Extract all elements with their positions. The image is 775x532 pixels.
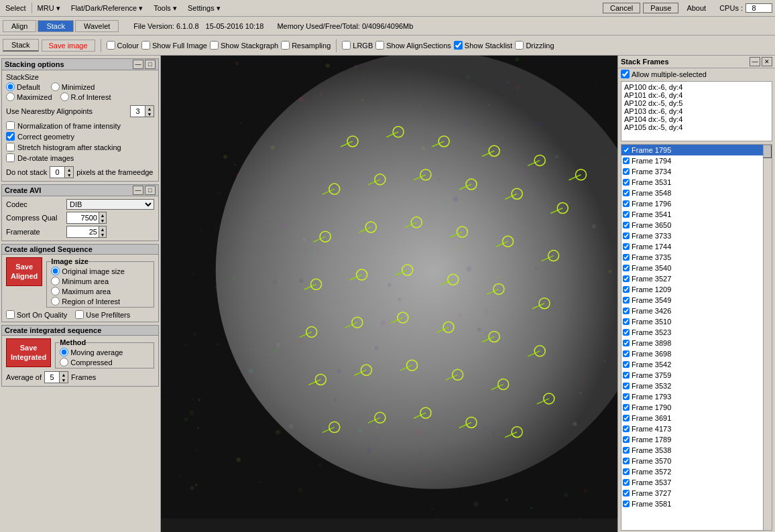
maximized-radio-label[interactable]: Maximized [6, 92, 52, 101]
frame-checkbox[interactable] [623, 404, 630, 411]
average-of-up[interactable]: ▲ [60, 372, 68, 377]
default-radio[interactable] [6, 82, 15, 91]
lrgb-checkbox[interactable] [342, 41, 351, 50]
frame-checkbox[interactable] [623, 318, 630, 325]
frame-checkbox[interactable] [623, 490, 630, 496]
minimized-radio[interactable] [51, 82, 60, 91]
use-nearest-down[interactable]: ▼ [145, 111, 154, 117]
stacking-minimize-btn[interactable]: — [133, 60, 143, 69]
use-prefilters-checkbox[interactable] [75, 310, 84, 319]
menu-settings[interactable]: Settings ▾ [182, 3, 226, 14]
moving-average-radio[interactable] [60, 348, 68, 356]
tab-align[interactable]: Align [3, 20, 36, 32]
normalization-check-label[interactable]: Normalization of frame intensity [6, 121, 154, 130]
frame-item[interactable]: Frame 3538 [621, 445, 772, 456]
minimum-radio[interactable] [51, 277, 60, 285]
show-full-image-check[interactable]: Show Full Image [141, 41, 207, 50]
use-nearest-input[interactable] [131, 106, 145, 117]
frame-item[interactable]: Frame 3541 [621, 209, 772, 220]
frame-item[interactable]: Frame 3735 [621, 252, 772, 263]
stack-frames-close-btn[interactable]: ✕ [762, 57, 772, 66]
show-stackgraph-checkbox[interactable] [210, 41, 219, 50]
save-image-button[interactable]: Save image [42, 40, 95, 52]
frame-item[interactable]: Frame 3540 [621, 263, 772, 273]
frame-checkbox[interactable] [623, 415, 630, 421]
frame-checkbox[interactable] [623, 436, 630, 443]
frame-item[interactable]: Frame 1790 [621, 402, 772, 413]
original-radio[interactable] [51, 267, 60, 275]
maximized-radio[interactable] [6, 92, 15, 101]
do-not-stack-down[interactable]: ▼ [65, 172, 73, 178]
frame-item[interactable]: Frame 3759 [621, 370, 772, 381]
frame-checkbox[interactable] [623, 200, 630, 207]
frame-checkbox[interactable] [623, 383, 630, 389]
drizzling-check[interactable]: Drizzling [515, 41, 554, 50]
compress-qual-input[interactable] [67, 212, 99, 223]
compressed-radio-label[interactable]: Compressed [60, 358, 150, 367]
frame-item[interactable]: Frame 1789 [621, 434, 772, 445]
frame-item[interactable]: Frame 3523 [621, 327, 772, 338]
compress-qual-down[interactable]: ▼ [99, 218, 106, 223]
cpus-input[interactable] [746, 3, 772, 13]
pause-button[interactable]: Pause [643, 3, 678, 13]
frame-item[interactable]: Frame 1795 [621, 145, 772, 155]
frame-item[interactable]: Frame 1796 [621, 198, 772, 209]
frame-item[interactable]: Frame 3531 [621, 177, 772, 188]
frame-checkbox[interactable] [623, 211, 630, 218]
frame-checkbox[interactable] [623, 479, 630, 486]
moving-average-radio-label[interactable]: Moving average [60, 348, 150, 356]
frame-item[interactable]: Frame 3733 [621, 230, 772, 241]
frame-checkbox[interactable] [623, 168, 630, 175]
show-align-sections-checkbox[interactable] [375, 41, 384, 50]
normalization-checkbox[interactable] [6, 121, 15, 130]
roi-radio-label[interactable]: R.of Interest [60, 92, 111, 101]
stretch-histogram-check-label[interactable]: Stretch histogram after stacking [6, 143, 154, 151]
lrgb-check[interactable]: LRGB [342, 41, 373, 50]
show-stacklist-check[interactable]: Show Stacklist [454, 41, 513, 50]
save-aligned-button[interactable]: Save Aligned [6, 257, 42, 286]
compressed-radio[interactable] [60, 358, 68, 367]
frame-item[interactable]: Frame 3510 [621, 316, 772, 327]
frame-checkbox[interactable] [623, 329, 630, 336]
frame-checkbox[interactable] [623, 232, 630, 239]
derotate-check-label[interactable]: De-rotate images [6, 153, 154, 162]
frame-checkbox[interactable] [623, 361, 630, 368]
frame-checkbox[interactable] [623, 222, 630, 228]
frame-item[interactable]: Frame 3650 [621, 220, 772, 230]
stretch-histogram-checkbox[interactable] [6, 143, 15, 151]
frame-checkbox[interactable] [623, 447, 630, 454]
stacking-maximize-btn[interactable]: □ [145, 60, 156, 69]
menu-mru[interactable]: MRU ▾ [32, 3, 66, 14]
frame-checkbox[interactable] [623, 340, 630, 346]
show-align-sections-check[interactable]: Show AlignSections [375, 41, 451, 50]
frame-checkbox[interactable] [623, 179, 630, 186]
save-integrated-button[interactable]: Save Integrated [6, 338, 51, 367]
stack-frames-minimize-btn[interactable]: — [750, 57, 760, 66]
tab-stack[interactable]: Stack [38, 20, 74, 32]
cancel-button[interactable]: Cancel [603, 3, 640, 13]
frame-checkbox[interactable] [623, 458, 630, 464]
average-of-input[interactable] [45, 372, 60, 383]
frame-item[interactable]: Frame 3532 [621, 381, 772, 391]
frame-checkbox[interactable] [623, 243, 630, 250]
colour-checkbox[interactable] [107, 41, 115, 50]
frame-item[interactable]: Frame 3698 [621, 348, 772, 359]
roi-radio-label-img[interactable]: Region of Interest [51, 297, 150, 306]
menu-tools[interactable]: Tools ▾ [148, 3, 182, 14]
frame-checkbox[interactable] [623, 501, 630, 507]
frame-item[interactable]: Frame 1744 [621, 241, 772, 252]
frame-item[interactable]: Frame 1793 [621, 391, 772, 402]
roi-radio-img[interactable] [51, 297, 60, 306]
correct-geometry-check-label[interactable]: Correct geometry [6, 132, 154, 141]
frame-item[interactable]: Frame 3691 [621, 413, 772, 423]
allow-multiple-checkbox[interactable] [621, 70, 630, 78]
frame-checkbox[interactable] [623, 393, 630, 400]
average-of-down[interactable]: ▼ [60, 377, 68, 383]
maximum-radio[interactable] [51, 287, 60, 295]
allow-multiple-label[interactable]: Allow multiple-selected [621, 70, 707, 78]
minimum-radio-label[interactable]: Minimum area [51, 277, 150, 285]
frame-item[interactable]: Frame 3549 [621, 295, 772, 306]
frame-scrollbar[interactable] [763, 145, 772, 530]
show-stackgraph-check[interactable]: Show Stackgraph [210, 41, 278, 50]
frame-checkbox[interactable] [623, 157, 630, 164]
